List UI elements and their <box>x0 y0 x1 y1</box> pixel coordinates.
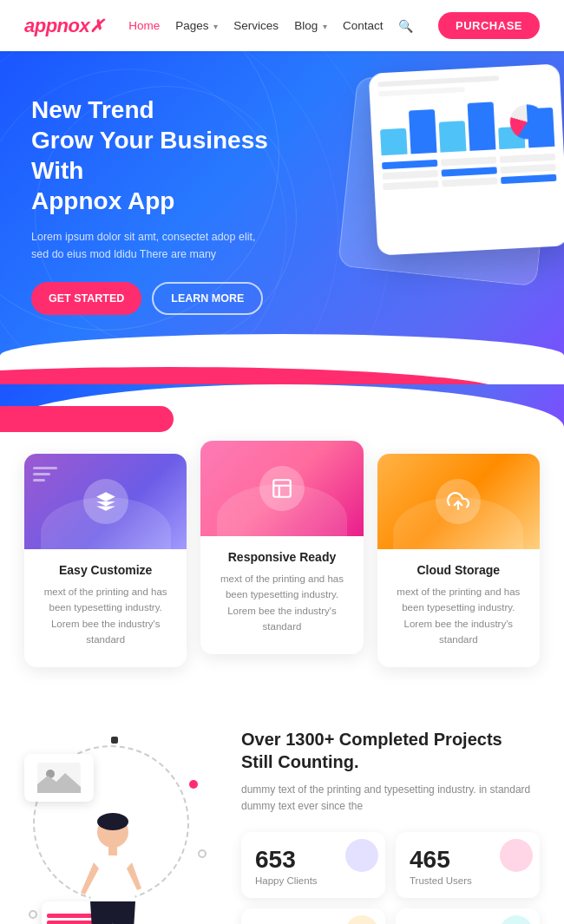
feature-title-1: Easy Customize <box>36 563 174 577</box>
cloud-upload-icon <box>447 490 469 513</box>
feature-card-cloud: Cloud Storage mext of the printing and h… <box>377 454 540 667</box>
phone-front <box>369 63 564 255</box>
hero-title: New TrendGrow Your Business WithAppnox A… <box>31 95 274 216</box>
feature-title-2: Responsive Ready <box>213 550 351 564</box>
hero-pink-curve <box>0 367 564 384</box>
stats-subtitle: dummy text of the printing and typesetti… <box>241 782 540 815</box>
feature-card-body-3: Cloud Storage mext of the printing and h… <box>377 549 540 648</box>
search-icon[interactable]: 🔍 <box>398 19 413 33</box>
learn-more-button[interactable]: LEARN MORE <box>152 282 263 315</box>
nav-services[interactable]: Services <box>233 19 279 32</box>
layers-icon-bg <box>83 479 128 524</box>
nav-contact[interactable]: Contact <box>343 19 384 32</box>
dot-pink-1 <box>189 780 198 789</box>
stats-grid: 653 Happy Clients 465 Trusted Users 784 … <box>241 832 540 924</box>
image-icon <box>37 763 81 793</box>
dot-outline-1 <box>29 910 37 919</box>
illustration-image-card <box>24 754 94 802</box>
feature-card-top-orange <box>377 454 540 549</box>
hero-mockup <box>304 60 564 320</box>
svg-point-10 <box>97 813 128 830</box>
logo-accent: ✗ <box>89 16 104 36</box>
wave-divider <box>0 384 564 428</box>
stat-card-projects-done: 784 Projects Done <box>241 908 385 924</box>
hero-content: New TrendGrow Your Business WithAppnox A… <box>31 95 274 315</box>
hero-subtitle: Lorem ipsum dolor sit amt, consectet ado… <box>31 228 274 263</box>
feature-title-3: Cloud Storage <box>390 563 528 577</box>
stat-card-happy-clients: 653 Happy Clients <box>241 832 385 898</box>
deco-lines <box>33 467 57 482</box>
cloud-icon-bg <box>436 479 481 524</box>
feature-card-body-2: Responsive Ready mext of the printing an… <box>200 536 363 635</box>
stat-deco-purple <box>345 839 378 872</box>
dot-outline-2 <box>198 849 207 858</box>
stat-card-trusted-users: 465 Trusted Users <box>396 832 540 898</box>
nav-pages[interactable]: Pages ▾ <box>175 19 218 32</box>
feature-text-1: mext of the printing and has been typese… <box>36 584 174 648</box>
layers-icon <box>95 490 117 513</box>
stats-illustration <box>24 728 215 924</box>
stat-card-conversion-rates: 86 Conversion Rates <box>396 908 540 924</box>
stats-title: Over 1300+ Completed ProjectsStill Count… <box>241 728 540 773</box>
dot-dark-1 <box>111 737 118 744</box>
nav-home[interactable]: Home <box>128 19 160 32</box>
logo-text: appnox <box>24 15 89 36</box>
feature-card-easy-customize: Easy Customize mext of the printing and … <box>24 454 187 667</box>
layout-icon-bg <box>259 466 305 511</box>
svg-rect-13 <box>108 845 117 855</box>
hero-section: New TrendGrow Your Business WithAppnox A… <box>0 51 564 384</box>
stat-deco-orange <box>345 915 378 924</box>
nav-blog[interactable]: Blog ▾ <box>294 19 327 32</box>
get-started-button[interactable]: GET STARTED <box>31 282 141 315</box>
stats-right: Over 1300+ Completed ProjectsStill Count… <box>241 728 540 924</box>
stat-deco-pink <box>500 839 533 872</box>
feature-card-top-pink <box>200 441 363 536</box>
layout-icon <box>271 477 293 500</box>
person-illustration <box>59 797 163 924</box>
logo: appnox✗ <box>24 15 104 37</box>
stat-deco-teal <box>500 915 533 924</box>
feature-card-responsive: Responsive Ready mext of the printing an… <box>200 441 363 654</box>
pink-wave-accent <box>0 406 174 432</box>
feature-text-3: mext of the printing and has been typese… <box>390 584 528 648</box>
feature-card-body-1: Easy Customize mext of the printing and … <box>24 549 187 648</box>
stat-label-1: Happy Clients <box>255 875 371 886</box>
feature-text-2: mext of the printing and has been typese… <box>213 571 351 635</box>
navigation: appnox✗ Home Pages ▾ Services Blog ▾ Con… <box>0 0 564 51</box>
feature-card-top-purple <box>24 454 187 549</box>
plant-decoration <box>167 914 211 924</box>
stat-label-2: Trusted Users <box>410 875 526 886</box>
svg-rect-3 <box>273 480 291 497</box>
hero-buttons: GET STARTED LEARN MORE <box>31 282 274 315</box>
features-section: Easy Customize mext of the printing and … <box>0 428 564 702</box>
purchase-button[interactable]: PURCHASE <box>438 12 540 39</box>
nav-links: Home Pages ▾ Services Blog ▾ Contact 🔍 <box>128 19 413 33</box>
stats-section: Over 1300+ Completed ProjectsStill Count… <box>0 702 564 924</box>
